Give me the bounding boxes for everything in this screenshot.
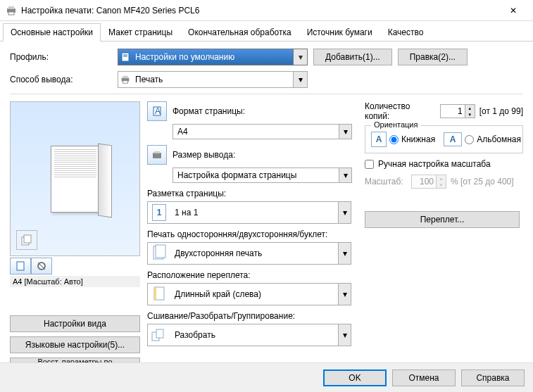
binding-button[interactable]: Переплет... <box>365 211 520 228</box>
copies-label: Количество копий: <box>365 101 436 121</box>
tab-finishing[interactable]: Окончательная обработка <box>180 23 299 42</box>
output-method-value: Печать <box>132 75 293 84</box>
tab-page-setup[interactable]: Макет страницы <box>101 23 180 42</box>
output-size-label: Размер вывода: <box>173 150 356 160</box>
cancel-button[interactable]: Отмена <box>392 369 456 386</box>
title-bar: Настройка печати: Canon MF420 Series PCL… <box>0 0 533 21</box>
binding-value: Длинный край (слева) <box>170 289 338 299</box>
profile-doc-icon <box>118 52 132 62</box>
output-size-select[interactable]: Настройка формата страницы ▾ <box>173 167 352 183</box>
scale-suffix: % [от 25 до 400] <box>451 177 514 186</box>
spinner-up-icon[interactable]: ▲ <box>465 105 475 111</box>
layout-value: 1 на 1 <box>170 208 338 217</box>
edit-profile-button[interactable]: Правка(2)... <box>398 49 468 65</box>
output-size-icon <box>147 145 167 165</box>
tab-strip: Основные настройки Макет страницы Оконча… <box>0 23 533 42</box>
preview-page-button[interactable] <box>10 258 31 274</box>
collate-icon <box>148 327 170 343</box>
language-settings-button[interactable]: Языковые настройки(5)... <box>10 336 140 353</box>
tab-main[interactable]: Основные настройки <box>3 23 101 42</box>
profile-value: Настройки по умолчанию <box>132 52 293 62</box>
view-settings-button[interactable]: Настройки вида <box>10 315 140 332</box>
binding-left-icon <box>148 285 170 303</box>
printer-small-icon <box>118 75 132 84</box>
add-profile-button[interactable]: Добавить(1)... <box>313 49 392 65</box>
profile-select[interactable]: Настройки по умолчанию ▾ <box>118 49 308 65</box>
svg-rect-10 <box>24 235 31 243</box>
layout-select[interactable]: 1 1 на 1 ▾ <box>147 201 351 224</box>
dropdown-arrow-icon: ▾ <box>339 168 351 182</box>
printer-icon <box>6 5 17 16</box>
copies-range: [от 1 до 99] <box>479 106 523 116</box>
manual-scale-label: Ручная настройка масштаба <box>378 159 491 169</box>
svg-rect-17 <box>154 151 160 153</box>
page-size-icon: A <box>147 101 167 121</box>
svg-rect-8 <box>123 81 128 84</box>
svg-rect-11 <box>17 262 24 270</box>
help-button[interactable]: Справка <box>461 369 525 386</box>
dropdown-arrow-icon: ▾ <box>338 284 351 305</box>
landscape-icon: A <box>444 132 462 146</box>
output-size-value: Настройка формата страницы <box>173 170 339 180</box>
landscape-label: Альбомная <box>477 134 521 144</box>
binding-label: Расположение переплета: <box>147 270 356 280</box>
copies-spinner[interactable]: ▲ ▼ <box>440 104 475 118</box>
close-button[interactable]: ✕ <box>499 1 527 20</box>
dropdown-arrow-icon: ▾ <box>339 125 351 139</box>
duplex-label: Печать односторонняя/двухсторонняя/букле… <box>147 229 356 239</box>
output-method-select[interactable]: Печать ▾ <box>118 71 308 88</box>
duplex-select[interactable]: Двухсторонняя печать ▾ <box>147 242 351 265</box>
svg-text:A: A <box>155 106 161 116</box>
spinner-up-icon: ▲ <box>437 175 446 182</box>
profile-label: Профиль: <box>10 52 112 62</box>
tab-paper-source[interactable]: Источник бумаги <box>299 23 380 42</box>
svg-rect-3 <box>122 53 129 61</box>
orientation-title: Ориентация <box>371 120 420 129</box>
binding-select[interactable]: Длинный край (слева) ▾ <box>147 283 351 305</box>
scale-input <box>412 175 436 188</box>
spinner-down-icon: ▼ <box>437 182 446 188</box>
dropdown-arrow-icon: ▾ <box>293 72 307 87</box>
scale-label: Масштаб: <box>365 177 407 186</box>
duplex-icon <box>148 244 170 263</box>
layout-one-icon: 1 <box>148 204 170 221</box>
preview-page-icon <box>51 146 100 213</box>
dropdown-arrow-icon: ▾ <box>293 49 307 65</box>
dropdown-arrow-icon: ▾ <box>338 324 351 346</box>
svg-rect-7 <box>123 76 128 79</box>
preview-stack-icon <box>16 230 37 250</box>
svg-rect-21 <box>154 287 156 300</box>
preview-refresh-button[interactable] <box>31 258 52 274</box>
landscape-radio[interactable] <box>465 135 474 144</box>
collate-label: Сшивание/Разобрать/Группирование: <box>147 311 356 321</box>
svg-rect-19 <box>156 245 165 258</box>
dropdown-arrow-icon: ▾ <box>338 243 351 264</box>
dialog-button-bar: OK Отмена Справка <box>0 362 533 392</box>
page-size-value: A4 <box>173 127 339 137</box>
window-title: Настройка печати: Canon MF420 Series PCL… <box>21 6 499 15</box>
output-method-label: Способ вывода: <box>10 75 112 84</box>
dropdown-arrow-icon: ▾ <box>338 202 351 223</box>
tab-quality[interactable]: Качество <box>380 23 432 42</box>
page-size-select[interactable]: A4 ▾ <box>173 124 352 139</box>
collate-select[interactable]: Разобрать ▾ <box>147 324 351 346</box>
collate-value: Разобрать <box>170 330 338 340</box>
svg-rect-1 <box>8 6 14 9</box>
copies-input[interactable] <box>441 105 465 118</box>
manual-scale-checkbox[interactable] <box>365 160 374 169</box>
page-size-label: Формат страницы: <box>173 106 356 116</box>
svg-rect-23 <box>156 329 163 338</box>
ok-button[interactable]: OK <box>323 369 387 386</box>
portrait-radio[interactable] <box>389 135 399 144</box>
duplex-value: Двухсторонняя печать <box>170 248 338 258</box>
spinner-down-icon[interactable]: ▼ <box>465 111 475 118</box>
preview-caption: A4 [Масштаб: Авто] <box>10 276 140 287</box>
portrait-icon: A <box>371 132 387 147</box>
preview-toolbar <box>10 258 140 274</box>
orientation-group: Ориентация A Книжная A Альбомная <box>365 125 523 153</box>
scale-spinner: ▲ ▼ <box>411 175 446 189</box>
portrait-label: Книжная <box>401 134 435 144</box>
svg-rect-2 <box>8 12 14 15</box>
separator <box>10 94 523 94</box>
page-preview <box>10 101 140 256</box>
